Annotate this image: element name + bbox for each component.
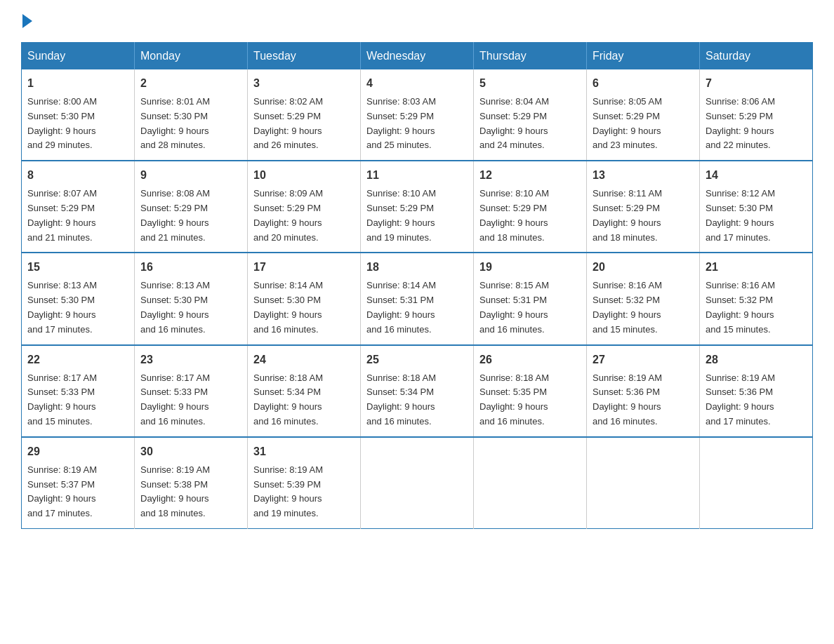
- calendar-day-cell: 24 Sunrise: 8:18 AM Sunset: 5:34 PM Dayl…: [248, 345, 361, 437]
- day-number: 6: [593, 75, 694, 92]
- day-number: 3: [253, 75, 355, 92]
- day-info: Sunrise: 8:10 AM Sunset: 5:29 PM Dayligh…: [366, 188, 436, 242]
- day-number: 1: [27, 75, 128, 92]
- day-info: Sunrise: 8:02 AM Sunset: 5:29 PM Dayligh…: [253, 96, 323, 150]
- day-number: 15: [27, 259, 128, 276]
- day-info: Sunrise: 8:19 AM Sunset: 5:37 PM Dayligh…: [27, 464, 97, 518]
- day-info: Sunrise: 8:04 AM Sunset: 5:29 PM Dayligh…: [479, 96, 549, 150]
- logo-arrow-icon: [22, 14, 32, 28]
- calendar-day-cell: 20 Sunrise: 8:16 AM Sunset: 5:32 PM Dayl…: [587, 253, 700, 344]
- day-number: 14: [706, 167, 807, 184]
- calendar-week-row: 8 Sunrise: 8:07 AM Sunset: 5:29 PM Dayli…: [22, 161, 813, 253]
- day-info: Sunrise: 8:10 AM Sunset: 5:29 PM Dayligh…: [479, 188, 549, 242]
- calendar-day-cell: 2 Sunrise: 8:01 AM Sunset: 5:30 PM Dayli…: [135, 69, 248, 161]
- calendar-day-cell: 1 Sunrise: 8:00 AM Sunset: 5:30 PM Dayli…: [22, 69, 135, 161]
- day-info: Sunrise: 8:16 AM Sunset: 5:32 PM Dayligh…: [706, 280, 775, 334]
- day-number: 18: [366, 259, 468, 276]
- calendar-day-header: Friday: [587, 43, 700, 70]
- calendar-week-row: 22 Sunrise: 8:17 AM Sunset: 5:33 PM Dayl…: [22, 345, 813, 437]
- day-number: 31: [253, 443, 355, 460]
- day-info: Sunrise: 8:19 AM Sunset: 5:36 PM Dayligh…: [706, 373, 775, 427]
- day-number: 8: [27, 167, 128, 184]
- day-info: Sunrise: 8:17 AM Sunset: 5:33 PM Dayligh…: [140, 373, 210, 427]
- day-info: Sunrise: 8:13 AM Sunset: 5:30 PM Dayligh…: [140, 280, 210, 334]
- day-info: Sunrise: 8:00 AM Sunset: 5:30 PM Dayligh…: [27, 96, 97, 150]
- logo: [21, 14, 34, 28]
- calendar-day-header: Saturday: [700, 43, 813, 70]
- day-number: 12: [479, 167, 581, 184]
- day-number: 16: [140, 259, 241, 276]
- calendar-day-cell: 18 Sunrise: 8:14 AM Sunset: 5:31 PM Dayl…: [361, 253, 474, 344]
- calendar-day-cell: 13 Sunrise: 8:11 AM Sunset: 5:29 PM Dayl…: [587, 161, 700, 253]
- day-number: 23: [140, 351, 241, 368]
- day-number: 26: [479, 351, 581, 368]
- day-number: 22: [27, 351, 128, 368]
- calendar-day-cell: 4 Sunrise: 8:03 AM Sunset: 5:29 PM Dayli…: [361, 69, 474, 161]
- day-number: 28: [706, 351, 807, 368]
- calendar-week-row: 15 Sunrise: 8:13 AM Sunset: 5:30 PM Dayl…: [22, 253, 813, 344]
- calendar-day-cell: 23 Sunrise: 8:17 AM Sunset: 5:33 PM Dayl…: [135, 345, 248, 437]
- day-info: Sunrise: 8:19 AM Sunset: 5:36 PM Dayligh…: [593, 373, 662, 427]
- calendar-day-cell: 31 Sunrise: 8:19 AM Sunset: 5:39 PM Dayl…: [248, 437, 361, 529]
- day-info: Sunrise: 8:11 AM Sunset: 5:29 PM Dayligh…: [593, 188, 662, 242]
- day-number: 27: [593, 351, 694, 368]
- calendar-day-header: Monday: [135, 43, 248, 70]
- day-number: 17: [253, 259, 355, 276]
- day-number: 4: [366, 75, 468, 92]
- day-number: 29: [27, 443, 128, 460]
- calendar-day-cell: 11 Sunrise: 8:10 AM Sunset: 5:29 PM Dayl…: [361, 161, 474, 253]
- calendar-day-cell: 10 Sunrise: 8:09 AM Sunset: 5:29 PM Dayl…: [248, 161, 361, 253]
- calendar-day-header: Thursday: [474, 43, 587, 70]
- calendar-day-cell: 26 Sunrise: 8:18 AM Sunset: 5:35 PM Dayl…: [474, 345, 587, 437]
- page-header: [21, 14, 813, 28]
- calendar-day-cell: [361, 437, 474, 529]
- calendar-day-header: Tuesday: [248, 43, 361, 70]
- calendar-day-cell: 8 Sunrise: 8:07 AM Sunset: 5:29 PM Dayli…: [22, 161, 135, 253]
- day-number: 25: [366, 351, 468, 368]
- day-info: Sunrise: 8:14 AM Sunset: 5:30 PM Dayligh…: [253, 280, 323, 334]
- day-number: 2: [140, 75, 241, 92]
- day-number: 13: [593, 167, 694, 184]
- calendar-day-cell: 29 Sunrise: 8:19 AM Sunset: 5:37 PM Dayl…: [22, 437, 135, 529]
- day-info: Sunrise: 8:19 AM Sunset: 5:38 PM Dayligh…: [140, 464, 210, 518]
- calendar-week-row: 1 Sunrise: 8:00 AM Sunset: 5:30 PM Dayli…: [22, 69, 813, 161]
- day-info: Sunrise: 8:01 AM Sunset: 5:30 PM Dayligh…: [140, 96, 210, 150]
- day-number: 30: [140, 443, 241, 460]
- calendar-day-cell: 6 Sunrise: 8:05 AM Sunset: 5:29 PM Dayli…: [587, 69, 700, 161]
- day-info: Sunrise: 8:08 AM Sunset: 5:29 PM Dayligh…: [140, 188, 210, 242]
- day-info: Sunrise: 8:18 AM Sunset: 5:34 PM Dayligh…: [366, 373, 436, 427]
- day-number: 5: [479, 75, 581, 92]
- day-number: 11: [366, 167, 468, 184]
- calendar-day-cell: 16 Sunrise: 8:13 AM Sunset: 5:30 PM Dayl…: [135, 253, 248, 344]
- day-number: 21: [706, 259, 807, 276]
- calendar-day-cell: 22 Sunrise: 8:17 AM Sunset: 5:33 PM Dayl…: [22, 345, 135, 437]
- day-info: Sunrise: 8:17 AM Sunset: 5:33 PM Dayligh…: [27, 373, 97, 427]
- calendar-table: SundayMondayTuesdayWednesdayThursdayFrid…: [21, 42, 813, 529]
- calendar-day-cell: 7 Sunrise: 8:06 AM Sunset: 5:29 PM Dayli…: [700, 69, 813, 161]
- calendar-day-cell: 17 Sunrise: 8:14 AM Sunset: 5:30 PM Dayl…: [248, 253, 361, 344]
- calendar-day-cell: [587, 437, 700, 529]
- calendar-day-cell: 28 Sunrise: 8:19 AM Sunset: 5:36 PM Dayl…: [700, 345, 813, 437]
- calendar-day-header: Wednesday: [361, 43, 474, 70]
- day-number: 20: [593, 259, 694, 276]
- calendar-day-cell: 21 Sunrise: 8:16 AM Sunset: 5:32 PM Dayl…: [700, 253, 813, 344]
- calendar-day-cell: 5 Sunrise: 8:04 AM Sunset: 5:29 PM Dayli…: [474, 69, 587, 161]
- day-info: Sunrise: 8:18 AM Sunset: 5:34 PM Dayligh…: [253, 373, 323, 427]
- calendar-day-cell: 19 Sunrise: 8:15 AM Sunset: 5:31 PM Dayl…: [474, 253, 587, 344]
- calendar-day-cell: 15 Sunrise: 8:13 AM Sunset: 5:30 PM Dayl…: [22, 253, 135, 344]
- day-info: Sunrise: 8:19 AM Sunset: 5:39 PM Dayligh…: [253, 464, 323, 518]
- day-number: 24: [253, 351, 355, 368]
- day-info: Sunrise: 8:16 AM Sunset: 5:32 PM Dayligh…: [593, 280, 662, 334]
- calendar-day-header: Sunday: [22, 43, 135, 70]
- day-info: Sunrise: 8:06 AM Sunset: 5:29 PM Dayligh…: [706, 96, 775, 150]
- day-info: Sunrise: 8:05 AM Sunset: 5:29 PM Dayligh…: [593, 96, 662, 150]
- calendar-day-cell: 14 Sunrise: 8:12 AM Sunset: 5:30 PM Dayl…: [700, 161, 813, 253]
- calendar-day-cell: 27 Sunrise: 8:19 AM Sunset: 5:36 PM Dayl…: [587, 345, 700, 437]
- day-info: Sunrise: 8:13 AM Sunset: 5:30 PM Dayligh…: [27, 280, 97, 334]
- calendar-day-cell: 30 Sunrise: 8:19 AM Sunset: 5:38 PM Dayl…: [135, 437, 248, 529]
- calendar-day-cell: 9 Sunrise: 8:08 AM Sunset: 5:29 PM Dayli…: [135, 161, 248, 253]
- day-info: Sunrise: 8:14 AM Sunset: 5:31 PM Dayligh…: [366, 280, 436, 334]
- calendar-week-row: 29 Sunrise: 8:19 AM Sunset: 5:37 PM Dayl…: [22, 437, 813, 529]
- day-info: Sunrise: 8:03 AM Sunset: 5:29 PM Dayligh…: [366, 96, 436, 150]
- calendar-day-cell: [474, 437, 587, 529]
